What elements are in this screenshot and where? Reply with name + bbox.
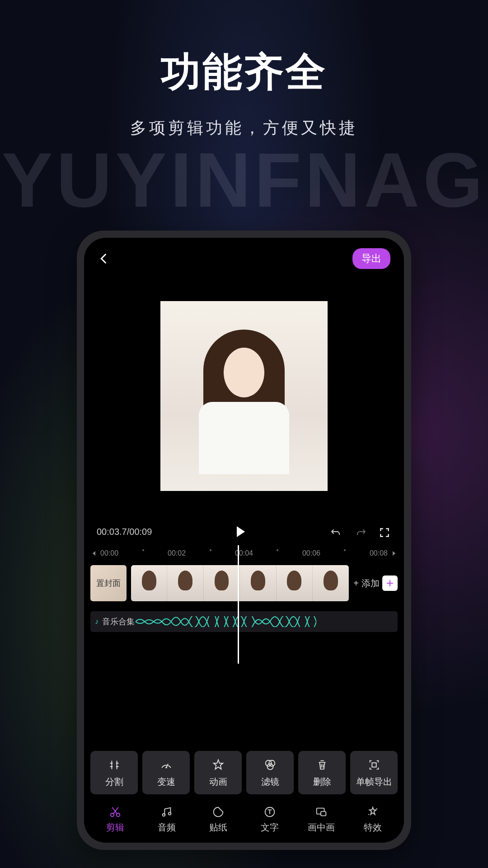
scissors-icon [108,805,122,819]
timeline-start-icon[interactable] [90,550,97,557]
music-icon [160,805,174,819]
nav-label: 音频 [158,821,176,834]
add-clip-button[interactable]: +添加 + [353,576,398,591]
ruler-dot [344,549,346,551]
svg-point-8 [169,812,171,815]
filter-icon [263,758,277,772]
nav-pip-button[interactable]: 画中画 [296,805,346,834]
clip-frame[interactable] [167,565,203,601]
nav-audio-button[interactable]: 音频 [142,805,192,834]
svg-point-5 [111,813,114,816]
audio-track[interactable]: ♪ 音乐合集 [90,611,398,632]
nav-label: 特效 [364,821,382,834]
action-label: 单帧导出 [356,776,392,788]
nav-label: 画中画 [308,821,335,834]
nav-label: 贴纸 [209,821,227,834]
svg-point-7 [163,814,165,816]
svg-rect-4 [372,763,376,767]
music-note-icon: ♪ [95,618,99,626]
redo-button[interactable] [354,527,367,537]
pip-icon [314,805,328,819]
clip-frame[interactable] [131,565,167,601]
ruler-tick: 00:00 [100,549,118,557]
nav-edit-button[interactable]: 剪辑 [90,805,140,834]
ruler-tick: 00:02 [168,549,186,557]
clips-strip[interactable]: 7.0s [131,565,349,601]
clip-frame[interactable] [277,565,313,601]
playhead[interactable] [238,545,239,664]
ruler-tick: 00:06 [302,549,320,557]
action-label: 变速 [157,776,175,788]
ruler-dot [210,549,211,551]
fx-icon [366,805,380,819]
frame-export-icon [367,758,381,772]
text-icon [263,805,277,819]
plus-icon[interactable]: + [382,576,398,591]
ruler-dot [142,549,144,551]
audio-track-label: 音乐合集 [102,616,135,627]
back-button[interactable] [98,251,112,266]
action-label: 动画 [209,776,227,788]
nav-label: 剪辑 [106,821,124,834]
trash-icon [315,758,329,772]
nav-fx-button[interactable]: 特效 [348,805,398,834]
bottom-nav: 剪辑 音频 贴纸 文字 画中画 特效 [84,801,404,843]
action-label: 分割 [105,776,123,788]
sticker-icon [211,805,225,819]
action-label: 滤镜 [261,776,279,788]
nav-text-button[interactable]: 文字 [245,805,295,834]
svg-point-3 [267,764,273,769]
phone-mockup-frame: 导出 00:03.7/00:09 [77,231,411,850]
undo-button[interactable] [330,527,343,537]
audio-waveform [136,616,316,627]
time-display: 00:03.7/00:09 [97,527,152,537]
split-icon [107,758,122,772]
hero-title: 功能齐全 [0,45,488,99]
delete-button[interactable]: 删除 [298,751,346,794]
action-toolbar: 分割 变速 动画 滤镜 删除 单帧导出 [84,745,404,801]
ruler-tick: 00:08 [370,549,388,557]
fullscreen-button[interactable] [379,527,391,537]
timeline-ruler[interactable]: 00:00 00:02 00:04 00:06 00:08 [84,545,404,561]
filter-button[interactable]: 滤镜 [246,751,294,794]
action-label: 删除 [313,776,331,788]
ruler-dot [277,549,278,551]
star-icon [211,758,225,772]
clip-frame[interactable] [204,565,240,601]
nav-label: 文字 [261,821,279,834]
cover-thumbnail-button[interactable]: 置封面 [90,565,127,601]
nav-sticker-button[interactable]: 贴纸 [193,805,243,834]
video-preview-area[interactable] [84,274,404,518]
playback-bar: 00:03.7/00:09 [84,518,404,545]
svg-point-6 [117,813,120,816]
export-button[interactable]: 导出 [352,248,390,269]
phone-screen: 导出 00:03.7/00:09 [84,238,404,843]
speed-icon [159,758,174,772]
ruler-labels: 00:00 00:02 00:04 00:06 00:08 [97,549,391,557]
video-frame-image [160,301,328,491]
svg-point-0 [165,766,167,768]
split-button[interactable]: 分割 [90,751,138,794]
svg-rect-11 [321,811,326,816]
timeline-end-icon[interactable] [391,550,398,557]
background-watermark-text: YUYINFNAG [0,136,488,224]
animation-button[interactable]: 动画 [194,751,242,794]
clip-frame[interactable] [240,565,276,601]
editor-header: 导出 [84,238,404,274]
frame-export-button[interactable]: 单帧导出 [350,751,398,794]
speed-button[interactable]: 变速 [142,751,190,794]
clip-frame[interactable] [313,565,349,601]
video-clip-track[interactable]: 置封面 7.0s +添加 + [84,561,404,605]
play-button[interactable] [237,526,245,537]
